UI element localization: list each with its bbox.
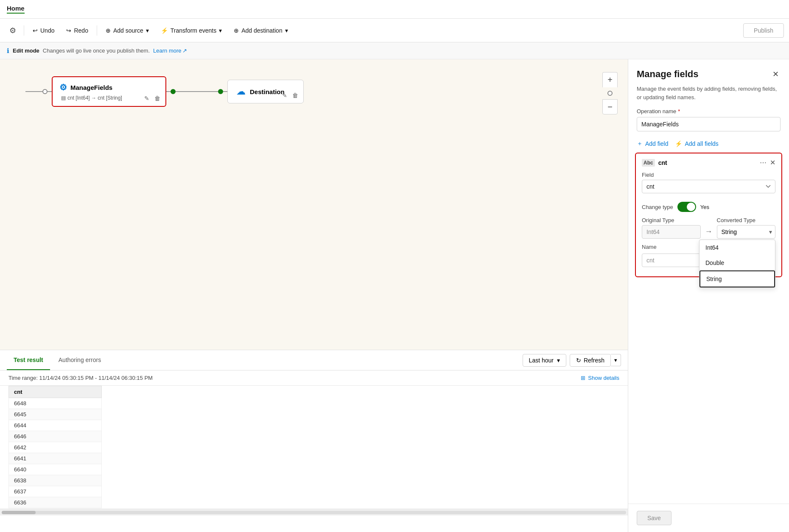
manage-fields-actions: ✎ 🗑 — [143, 94, 161, 103]
change-type-toggle[interactable] — [677, 202, 696, 212]
field-dropdown-container: cnt — [642, 180, 775, 198]
tab-authoring-errors[interactable]: Authoring errors — [52, 351, 108, 370]
redo-button[interactable]: ↪ Redo — [61, 25, 93, 36]
zoom-in-button[interactable]: + — [602, 72, 618, 87]
test-tab-controls: Last hour ▾ ↻ Refresh ▾ — [523, 354, 621, 367]
canvas-area: ⚙ ManageFields ▤ cnt [Int64] → cnt [Stri… — [0, 59, 628, 532]
panel-close-button[interactable]: ✕ — [771, 68, 781, 81]
chevron-down-icon-time: ▾ — [557, 357, 560, 364]
line-mid1 — [166, 91, 171, 92]
zoom-controls: + − — [602, 72, 618, 114]
scrollbar-area[interactable] — [0, 509, 628, 515]
destination-delete-button[interactable]: 🗑 — [291, 91, 299, 100]
time-range-bar: Time range: 11/14/24 05:30:15 PM - 11/14… — [0, 370, 628, 386]
plus-icon-field: ＋ — [637, 140, 643, 148]
add-field-button[interactable]: ＋ Add field — [637, 140, 668, 148]
change-type-row: Change type Yes — [642, 202, 775, 212]
dropdown-item-int64[interactable]: Int64 — [699, 240, 775, 255]
dropdown-item-double[interactable]: Double — [699, 255, 775, 270]
field-select[interactable]: cnt — [642, 180, 775, 193]
converted-type-dropdown-list: Int64 Double String — [699, 240, 775, 288]
field-close-button[interactable]: ✕ — [770, 159, 775, 167]
toolbar-separator-2 — [97, 25, 97, 36]
data-table: cnt 664866456644664666426641664066386637… — [8, 386, 102, 508]
manage-fields-edit-button[interactable]: ✎ — [143, 94, 150, 103]
scrollbar-thumb[interactable] — [2, 511, 36, 514]
canvas-viewport[interactable]: ⚙ ManageFields ▤ cnt [Int64] → cnt [Stri… — [0, 59, 628, 350]
tab-test-result[interactable]: Test result — [7, 351, 50, 370]
field-card: Abc cnt ⋯ ✕ Field cnt Change type — [635, 153, 782, 277]
destination-actions: ✎ 🗑 — [281, 91, 299, 100]
time-range-text: Time range: 11/14/24 05:30:15 PM - 11/14… — [8, 375, 153, 381]
transform-events-button[interactable]: ⚡ Transform events ▾ — [156, 25, 227, 36]
chevron-down-icon-3: ▾ — [285, 27, 288, 34]
zoom-out-button[interactable]: − — [602, 99, 618, 114]
dropdown-item-string[interactable]: String — [699, 270, 775, 287]
publish-button[interactable]: Publish — [743, 23, 784, 38]
external-link-icon: ↗ — [182, 47, 187, 54]
field-more-button[interactable]: ⋯ — [760, 159, 767, 167]
add-field-row: ＋ Add field ⚡ Add all fields — [628, 136, 789, 153]
field-card-actions: ⋯ ✕ — [760, 159, 775, 167]
refresh-group: ↻ Refresh ▾ — [570, 354, 621, 367]
converted-type-display[interactable]: String — [717, 225, 776, 239]
data-table-container[interactable]: cnt 664866456644664666426641664066386637… — [0, 386, 628, 509]
chevron-down-icon-refresh: ▾ — [614, 357, 617, 363]
right-panel: Manage fields ✕ Manage the event fields … — [628, 59, 789, 532]
table-row: 6641 — [9, 453, 102, 464]
refresh-button[interactable]: ↻ Refresh — [570, 354, 611, 367]
field-card-title: Abc cnt — [642, 159, 667, 167]
chevron-down-icon-2: ▾ — [219, 27, 222, 34]
table-header-cnt: cnt — [9, 386, 102, 398]
table-row: 6638 — [9, 475, 102, 486]
connector-dot-mid2 — [218, 89, 223, 94]
table-row: 6636 — [9, 497, 102, 508]
pipeline-container: ⚙ ManageFields ▤ cnt [Int64] → cnt [Stri… — [25, 76, 304, 107]
info-icon: ℹ — [7, 47, 9, 55]
destination-node[interactable]: ☁ Destination ✎ 🗑 — [227, 80, 304, 103]
operation-name-section: Operation name * — [628, 108, 789, 136]
table-icon: ▤ — [61, 95, 66, 101]
destination-icon: ☁ — [236, 86, 246, 97]
converted-type-col: Converted Type String ▾ Int64 Double Str… — [717, 217, 776, 239]
test-tabs: Test result Authoring errors Last hour ▾ — [0, 350, 628, 370]
manage-fields-node[interactable]: ⚙ ManageFields ▤ cnt [Int64] → cnt [Stri… — [52, 76, 166, 107]
lightning-icon: ⚡ — [675, 140, 682, 147]
table-row: 6648 — [9, 398, 102, 409]
converted-type-dropdown-wrapper: String ▾ Int64 Double String — [717, 225, 776, 239]
add-destination-button[interactable]: ⊕ Add destination ▾ — [229, 25, 293, 36]
manage-fields-delete-button[interactable]: 🗑 — [154, 94, 161, 103]
add-destination-icon: ⊕ — [234, 27, 239, 34]
learn-more-link[interactable]: Learn more ↗ — [153, 47, 187, 54]
middle-arrow — [166, 89, 227, 94]
destination-edit-button[interactable]: ✎ — [281, 91, 288, 100]
connector-dot-left — [42, 89, 48, 94]
field-card-header: Abc cnt ⋯ ✕ — [642, 159, 775, 167]
table-row: 6637 — [9, 486, 102, 497]
add-all-fields-button[interactable]: ⚡ Add all fields — [675, 140, 718, 147]
add-source-button[interactable]: ⊕ Add source ▾ — [101, 25, 154, 36]
original-type-col: Original Type — [642, 217, 701, 239]
table-row: 6640 — [9, 464, 102, 475]
refresh-chevron-button[interactable]: ▾ — [611, 354, 621, 366]
arrow-icon: → — [705, 227, 713, 236]
redo-icon: ↪ — [66, 27, 71, 34]
original-type-input — [642, 225, 701, 239]
time-dropdown[interactable]: Last hour ▾ — [523, 354, 566, 367]
main-content: ⚙ ManageFields ▤ cnt [Int64] → cnt [Stri… — [0, 59, 789, 532]
home-tab[interactable]: Home — [7, 5, 25, 14]
show-details-button[interactable]: ⊞ Show details — [581, 375, 619, 381]
save-button[interactable]: Save — [637, 511, 671, 525]
type-conversion-row: Original Type → Converted Type String ▾ … — [642, 217, 775, 239]
undo-icon: ↩ — [33, 27, 38, 34]
undo-button[interactable]: ↩ Undo — [28, 25, 59, 36]
field-label: Field — [642, 172, 775, 178]
toolbar-separator — [24, 25, 24, 36]
operation-name-input[interactable] — [637, 117, 781, 131]
time-dropdown-group: Last hour ▾ — [523, 354, 566, 367]
zoom-dot — [607, 91, 613, 96]
scrollbar-track[interactable] — [2, 511, 626, 514]
toggle-knob — [687, 203, 695, 211]
table-body: 6648664566446646664266416640663866376636 — [9, 398, 102, 508]
gear-button[interactable]: ⚙ — [5, 23, 20, 38]
